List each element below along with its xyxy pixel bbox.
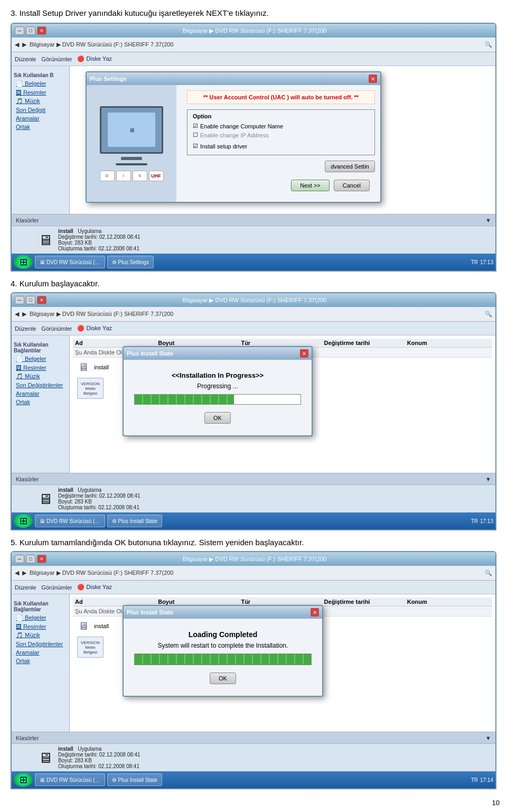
window1-main: Plus Settings ✕ 🖥 (70, 66, 495, 214)
toolbar-view-3[interactable]: Görünümler (41, 584, 72, 591)
sidebar-belgeler-2[interactable]: 📄 Belgeler (14, 354, 67, 363)
close-btn-1[interactable]: ✕ (37, 26, 46, 35)
titlebar-controls-2[interactable]: ─ □ ✕ (15, 296, 46, 304)
file-create-date-2: Oluşturma tarihi: 02.12.2008 08:41 (58, 505, 140, 510)
titlebar-controls-1[interactable]: ─ □ ✕ (15, 26, 46, 35)
toolbar-edit-3[interactable]: Düzenle (15, 584, 36, 591)
advanced-btn-row: dvanced Settin (187, 161, 375, 172)
advanced-settings-btn[interactable]: dvanced Settin (325, 161, 375, 172)
sidebar-item-muzik-1[interactable]: 🎵 Müzik (14, 97, 67, 106)
taskbar-item-dvd-1[interactable]: 🖥 DVD RW Sürücüsü (… (35, 256, 105, 268)
file-icon-3: 🖥 (38, 749, 53, 767)
sidebar-ortak-2[interactable]: Ortak (14, 398, 67, 406)
dialog-titlebar-3: Plus Install State ✕ (124, 606, 322, 619)
start-btn-2[interactable]: ⊞ (14, 514, 33, 528)
toolbar-burn-1[interactable]: 🔴 Diske Yaz (77, 55, 112, 62)
sidebar-son-3[interactable]: Son Değiştirilenler (14, 640, 67, 648)
toolbar-edit-2[interactable]: Düzenle (15, 325, 36, 332)
close-btn-2[interactable]: ✕ (37, 296, 46, 304)
file-name-2: install (58, 487, 73, 493)
monitor-base (116, 163, 147, 165)
title-2: Bilgisayar ▶ DVD RW Sürücüsü (F:) SHERIF… (46, 297, 463, 304)
checkbox-2-icon[interactable] (193, 132, 198, 138)
toolbar-burn-3[interactable]: 🔴 Diske Yaz (77, 584, 112, 591)
sidebar-muzik-3[interactable]: 🎵 Müzik (14, 631, 67, 640)
sidebar-ortak-3[interactable]: Ortak (14, 657, 67, 665)
start-btn-1[interactable]: ⊞ (14, 255, 33, 269)
toolbar-view-2[interactable]: Görünümler (41, 325, 72, 332)
sidebar-item-ortak-1[interactable]: Ortak (14, 123, 67, 131)
next-btn[interactable]: Next >> (291, 180, 330, 191)
sidebar-muzik-2[interactable]: 🎵 Müzik (14, 372, 67, 381)
taskbar-item-dvd-2[interactable]: 🖥 DVD RW Sürücüsü (… (35, 515, 105, 527)
sidebar-title-2: Sık Kullanılan Bağlantılar (14, 342, 67, 353)
window1-body: Sık Kullanılan B 📄 Belgeler 🖼 Resimler 🎵… (12, 66, 495, 214)
dialog-title-3: Plus Install State (127, 609, 173, 615)
explorer-window-2: ─ □ ✕ Bilgisayar ▶ DVD RW Sürücüsü (F:) … (11, 292, 496, 530)
checkbox-1-icon[interactable] (193, 123, 198, 129)
progress-fill-2 (135, 395, 234, 404)
dialog-close-1[interactable]: ✕ (369, 74, 377, 83)
dialog-close-2[interactable]: ✕ (300, 349, 308, 358)
ok-btn-3[interactable]: OK (210, 673, 236, 684)
card-1: D (100, 171, 115, 181)
install-state-dialog-2: Plus Install State ✕ <<Installation In P… (123, 346, 313, 436)
taskbar-dvd-label-1: DVD RW Sürücüsü (… (46, 259, 100, 265)
option-label: Option (193, 113, 369, 119)
sidebar-son-2[interactable]: Son Değiştirilenler (14, 381, 67, 389)
taskbar-item-dvd-3[interactable]: 🖥 DVD RW Sürücüsü (… (35, 773, 105, 786)
address-text-3: Bilgisayar ▶ DVD RW Sürücüsü (F:) SHERIF… (30, 570, 173, 576)
file-create-date-1: Oluşturma tarihi: 02.12.2008 08:41 (58, 246, 140, 251)
toolbar-edit-1[interactable]: Düzenle (15, 56, 36, 62)
window2-body: Sık Kullanılan Bağlantılar 📄 Belgeler 🖼 … (12, 335, 495, 473)
checkbox-3-icon[interactable] (193, 143, 198, 150)
taskbar-item-plus-2[interactable]: ⚙ Plus Install State (107, 515, 162, 527)
sidebar-3: Sık Kullanılan Bağlantılar 📄 Belgeler 🖼 … (12, 594, 70, 732)
sidebar-item-son-1[interactable]: Son Değişti (14, 106, 67, 114)
file-icon-2: 🖥 (38, 490, 53, 508)
taskbar-item-plus-1[interactable]: ⚙ Plus Settings (107, 256, 154, 268)
maximize-btn-3[interactable]: □ (26, 555, 35, 563)
step5-instruction: 5. Kurulum tamamlandığında OK butonuna t… (11, 538, 496, 547)
maximize-btn-2[interactable]: □ (26, 296, 35, 304)
file-detail-row-3: 🖥 install Uygulama Değiştirme tarihi: 02… (38, 746, 491, 769)
col-tur-3: Tür (241, 599, 324, 605)
sidebar-belgeler-3[interactable]: 📄 Belgeler (14, 613, 67, 622)
monitor-stand (121, 157, 142, 160)
minimize-btn-3[interactable]: ─ (15, 555, 24, 563)
taskbar-left-3: ⊞ 🖥 DVD RW Sürücüsü (… ⚙ Plus Install St… (14, 773, 162, 787)
cancel-btn[interactable]: Cancel (334, 180, 370, 191)
file-change-date-1: Değiştirme tarihi: 02.12.2008 08:41 (58, 234, 140, 240)
sidebar-aramalar-3[interactable]: Aramalar (14, 648, 67, 657)
sidebar-title-1: Sık Kullanılan B (14, 72, 67, 78)
checkbox-2-label: Enable change IP Address (200, 132, 268, 138)
address-text-2: Bilgisayar ▶ DVD RW Sürücüsü (F:) SHERIF… (30, 311, 173, 318)
taskbar-dvd-label-3: DVD RW Sürücüsü (… (46, 777, 100, 783)
minimize-btn-1[interactable]: ─ (15, 26, 24, 35)
sidebar-item-aramalar-1[interactable]: Aramalar (14, 114, 67, 123)
maximize-btn-1[interactable]: □ (26, 26, 35, 35)
sidebar-aramalar-2[interactable]: Aramalar (14, 389, 67, 398)
file-change-date-3: Değiştirme tarihi: 02.12.2008 08:41 (58, 752, 140, 758)
sidebar-item-belgeler-1[interactable]: 📄 Belgeler (14, 79, 67, 88)
card-2: I (116, 171, 131, 181)
file-type-1: Uygulama (78, 228, 101, 234)
minimize-btn-2[interactable]: ─ (15, 296, 24, 304)
dialog-close-3[interactable]: ✕ (311, 608, 319, 617)
klasorler-bar-3: Klasörler ▼ (12, 732, 495, 743)
toolbar-view-1[interactable]: Görünümler (41, 56, 72, 62)
titlebar-controls-3[interactable]: ─ □ ✕ (15, 555, 46, 563)
ok-btn-2[interactable]: OK (204, 412, 231, 424)
ok-btn-row-2: OK (134, 409, 301, 427)
start-btn-3[interactable]: ⊞ (14, 773, 33, 787)
version-icon-2: VERSIONMetin Belgesi (77, 378, 104, 399)
toolbar-burn-2[interactable]: 🔴 Diske Yaz (77, 325, 112, 332)
taskbar-item-plus-3[interactable]: ⚙ Plus Install State (107, 773, 162, 786)
sidebar-item-resimler-1[interactable]: 🖼 Resimler (14, 88, 67, 97)
close-btn-3[interactable]: ✕ (37, 555, 46, 563)
monitor-screen: 🖥 (108, 113, 155, 147)
dialog-line2-3: System will restart to complete the Inst… (134, 642, 312, 649)
dialog-titlebar-1: Plus Settings ✕ (87, 72, 380, 85)
sidebar-resimler-2[interactable]: 🖼 Resimler (14, 363, 67, 372)
sidebar-resimler-3[interactable]: 🖼 Resimler (14, 622, 67, 631)
